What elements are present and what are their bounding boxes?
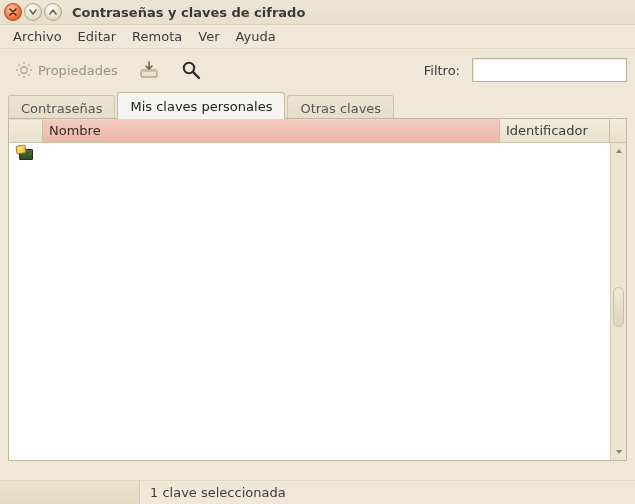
svg-rect-2 — [141, 70, 157, 72]
tab-otras-claves[interactable]: Otras claves — [287, 95, 394, 120]
status-text: 1 clave seleccionada — [140, 485, 296, 500]
tab-underline — [8, 118, 627, 119]
menu-archivo[interactable]: Archivo — [6, 27, 69, 46]
scroll-up-arrow-icon[interactable] — [613, 145, 625, 157]
menu-ayuda[interactable]: Ayuda — [228, 27, 282, 46]
minimize-window-button[interactable] — [24, 3, 42, 21]
column-header-icon[interactable] — [9, 119, 43, 142]
keys-panel: Nombre Identificador — [8, 119, 627, 461]
maximize-window-button[interactable] — [44, 3, 62, 21]
scroll-down-arrow-icon[interactable] — [613, 446, 625, 458]
menu-editar[interactable]: Editar — [71, 27, 124, 46]
status-grip — [0, 481, 140, 504]
scroll-thumb[interactable] — [613, 287, 624, 327]
svg-point-0 — [21, 67, 27, 73]
window-title: Contraseñas y claves de cifrado — [72, 5, 305, 20]
gear-icon — [14, 60, 34, 80]
properties-label: Propiedades — [38, 63, 118, 78]
tab-mis-claves-personales[interactable]: Mis claves personales — [117, 92, 285, 119]
table-header: Nombre Identificador — [9, 119, 626, 143]
table-body — [9, 143, 626, 460]
tab-bar: Contraseñas Mis claves personales Otras … — [0, 91, 635, 119]
properties-button: Propiedades — [8, 56, 124, 84]
import-icon — [138, 59, 160, 81]
filter-input[interactable] — [472, 58, 627, 82]
row-icon-cell — [9, 146, 43, 162]
column-header-identificador[interactable]: Identificador — [500, 119, 610, 142]
column-header-scroll — [610, 119, 626, 142]
close-window-button[interactable] — [4, 3, 22, 21]
title-bar: Contraseñas y claves de cifrado — [0, 0, 635, 25]
scroll-track[interactable] — [611, 157, 626, 446]
table-row[interactable] — [9, 143, 610, 165]
import-button[interactable] — [132, 55, 166, 85]
menu-remota[interactable]: Remota — [125, 27, 189, 46]
vertical-scrollbar[interactable] — [610, 143, 626, 460]
column-header-nombre[interactable]: Nombre — [43, 119, 500, 142]
toolbar: Propiedades Filtro: — [0, 49, 635, 91]
filter-label: Filtro: — [424, 63, 460, 78]
tab-contrasenas[interactable]: Contraseñas — [8, 95, 115, 120]
menu-bar: Archivo Editar Remota Ver Ayuda — [0, 25, 635, 49]
search-icon — [180, 59, 202, 81]
status-bar: 1 clave seleccionada — [0, 480, 635, 504]
menu-ver[interactable]: Ver — [191, 27, 226, 46]
key-icon — [17, 146, 35, 162]
table-rows — [9, 143, 610, 460]
search-button[interactable] — [174, 55, 208, 85]
